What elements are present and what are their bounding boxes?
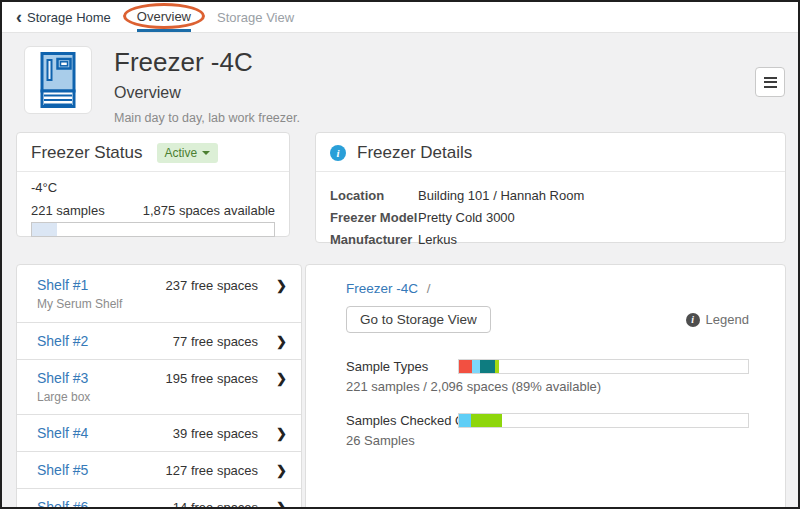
freezer-status-header: Freezer Status Active: [31, 143, 275, 163]
checked-out-caption: 26 Samples: [346, 433, 749, 448]
divider: [316, 171, 785, 172]
shelf-sublabel: My Serum Shelf: [37, 297, 166, 311]
bar-segment: [495, 360, 500, 373]
divider: [17, 171, 289, 172]
shelf-row-6[interactable]: Shelf #6 14 free spaces ❯: [17, 489, 301, 509]
sample-types-bar: [458, 359, 749, 374]
breadcrumb: Freezer -4C /: [346, 281, 749, 296]
freezer-status-panel: Freezer Status Active -4°C 221 samples 1…: [16, 132, 290, 237]
tab-overview-label: Overview: [137, 9, 191, 24]
tab-storage-view-label: Storage View: [217, 10, 294, 25]
freezer-header: Freezer -4C Overview Main day to day, la…: [2, 33, 798, 127]
page-subtitle: Overview: [114, 84, 300, 102]
bar-segment: [32, 223, 57, 236]
capacity-summary: 221 samples 1,875 spaces available: [31, 203, 275, 218]
details-row-model: Freezer Model Pretty Cold 3000: [330, 207, 771, 229]
chevron-right-icon: ❯: [276, 500, 287, 509]
details-label: Freezer Model: [330, 207, 418, 229]
page-title: Freezer -4C: [114, 48, 300, 77]
spaces-available: 1,875 spaces available: [143, 203, 275, 218]
shelf-link[interactable]: Shelf #5: [37, 462, 166, 478]
storage-toolbar: Go to Storage View i Legend: [346, 306, 749, 333]
shelf-list-panel: Shelf #1 My Serum Shelf 237 free spaces …: [16, 264, 302, 509]
bar-label: Samples Checked Out: [346, 413, 458, 428]
top-navigation: ‹ Storage Home Overview Storage View: [2, 2, 798, 33]
tab-overview[interactable]: Overview: [137, 2, 191, 32]
freezer-icon: [31, 51, 85, 109]
capacity-progress-bar: [31, 222, 275, 237]
shelf-row-1[interactable]: Shelf #1 My Serum Shelf 237 free spaces …: [17, 265, 301, 323]
back-chevron-icon: ‹: [16, 8, 22, 26]
shelf-link[interactable]: Shelf #3: [37, 370, 166, 386]
legend-label: Legend: [706, 312, 749, 327]
go-to-storage-view-button[interactable]: Go to Storage View: [346, 306, 491, 333]
shelf-row-4[interactable]: Shelf #4 39 free spaces ❯: [17, 415, 301, 452]
shelf-link[interactable]: Shelf #4: [37, 425, 173, 441]
shelf-free-spaces: 39 free spaces: [173, 426, 258, 441]
sample-types-caption: 221 samples / 2,096 spaces (89% availabl…: [346, 379, 749, 394]
bar-segment: [472, 360, 480, 373]
hamburger-icon: [764, 77, 777, 79]
freezer-details-title: Freezer Details: [357, 143, 472, 163]
shelf-free-spaces: 14 free spaces: [173, 500, 258, 509]
shelf-link[interactable]: Shelf #1: [37, 277, 166, 293]
details-row-manufacturer: Manufacturer Lerkus: [330, 229, 771, 251]
sample-count: 221 samples: [31, 203, 105, 218]
back-to-storage-home-link[interactable]: ‹ Storage Home: [16, 2, 111, 32]
status-dropdown-badge[interactable]: Active: [157, 143, 219, 163]
details-row-location: Location Building 101 / Hannah Room: [330, 185, 771, 207]
shelf-sublabel: Large box: [37, 390, 166, 404]
bar-segment: [459, 360, 472, 373]
status-badge-label: Active: [165, 146, 198, 160]
shelf-link[interactable]: Shelf #2: [37, 333, 173, 349]
caret-down-icon: [202, 151, 210, 155]
freezer-details-panel: i Freezer Details Location Building 101 …: [315, 132, 786, 243]
shelf-free-spaces: 237 free spaces: [166, 278, 259, 293]
freezer-details-table: Location Building 101 / Hannah Room Free…: [330, 185, 771, 251]
tab-storage-view[interactable]: Storage View: [217, 2, 294, 32]
legend-info-icon: i: [686, 313, 700, 327]
page-description: Main day to day, lab work freezer.: [114, 111, 300, 125]
back-link-label: Storage Home: [27, 10, 111, 25]
bar-segment: [480, 360, 494, 373]
chevron-right-icon: ❯: [276, 426, 287, 441]
freezer-status-title: Freezer Status: [31, 143, 143, 163]
sample-types-bar-row: Sample Types: [346, 359, 749, 374]
more-menu-button[interactable]: [755, 67, 785, 97]
shelf-row-2[interactable]: Shelf #2 77 free spaces ❯: [17, 323, 301, 360]
storage-overview-panel: Freezer -4C / Go to Storage View i Legen…: [305, 264, 786, 509]
shelf-free-spaces: 77 free spaces: [173, 334, 258, 349]
details-value: Building 101 / Hannah Room: [418, 185, 584, 207]
details-value: Lerkus: [418, 229, 457, 251]
chevron-right-icon: ❯: [276, 463, 287, 478]
summary-panels-row: Freezer Status Active -4°C 221 samples 1…: [2, 132, 798, 243]
bar-segment: [471, 414, 503, 427]
shelf-row-3[interactable]: Shelf #3 Large box 195 free spaces ❯: [17, 360, 301, 415]
shelf-free-spaces: 127 free spaces: [166, 463, 259, 478]
chevron-right-icon: ❯: [276, 371, 287, 386]
shelf-free-spaces: 195 free spaces: [166, 371, 259, 386]
chevron-right-icon: ❯: [276, 278, 287, 293]
bar-segment: [459, 414, 471, 427]
legend-toggle[interactable]: i Legend: [686, 312, 749, 327]
details-label: Manufacturer: [330, 229, 418, 251]
info-icon: i: [330, 145, 346, 161]
shelf-link[interactable]: Shelf #6: [37, 499, 173, 509]
chevron-right-icon: ❯: [276, 334, 287, 349]
details-label: Location: [330, 185, 418, 207]
storage-detail-row: Shelf #1 My Serum Shelf 237 free spaces …: [2, 264, 798, 509]
app-window: ‹ Storage Home Overview Storage View: [0, 0, 800, 509]
temperature-value: -4°C: [31, 180, 275, 195]
header-text: Freezer -4C Overview Main day to day, la…: [114, 46, 300, 127]
checked-out-bar-row: Samples Checked Out: [346, 413, 749, 428]
freezer-details-header: i Freezer Details: [330, 143, 771, 163]
breadcrumb-separator: /: [427, 281, 431, 296]
checked-out-bar: [458, 413, 749, 428]
breadcrumb-freezer-link[interactable]: Freezer -4C: [346, 281, 418, 296]
shelf-row-5[interactable]: Shelf #5 127 free spaces ❯: [17, 452, 301, 489]
bar-label: Sample Types: [346, 359, 458, 374]
details-value: Pretty Cold 3000: [418, 207, 515, 229]
freezer-icon-card: [24, 46, 92, 114]
capacity-bars: Sample Types 221 samples / 2,096 spaces …: [346, 359, 749, 448]
